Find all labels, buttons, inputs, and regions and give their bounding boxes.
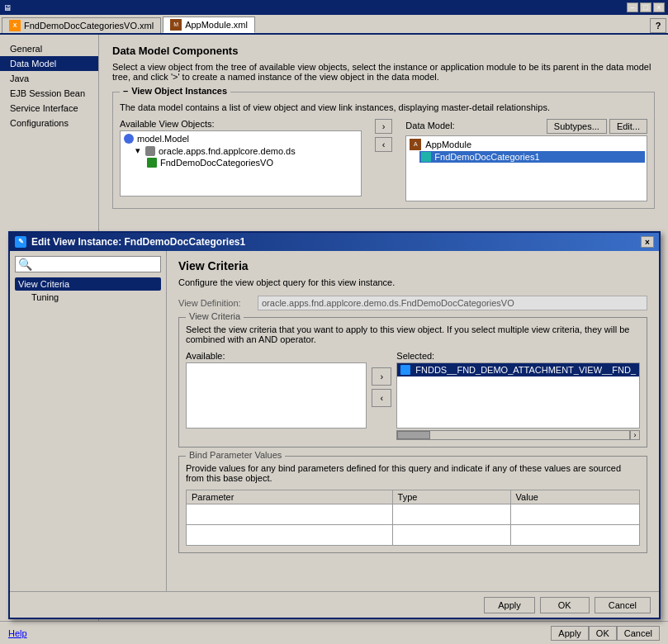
view-def-input [258, 296, 647, 310]
db-icon [145, 146, 155, 156]
value-cell [510, 504, 639, 525]
tree-tuning[interactable]: Tuning [15, 291, 161, 304]
right-panel-title: View Criteria [178, 259, 647, 272]
dialog-title-bar: ✎ Edit View Instance: FndDemoDocCategori… [10, 233, 659, 251]
col-type: Type [392, 490, 510, 504]
type-cell [392, 504, 510, 525]
search-input[interactable] [35, 259, 158, 269]
vc-group-label: View Criteria [186, 311, 244, 321]
fnd-icon [400, 365, 410, 375]
help-icon: ? [656, 21, 661, 31]
selected-col: Selected: FNDDS__FND_DEMO_ATTACHMENT_VIE… [396, 351, 640, 440]
search-icon: 🔍 [18, 258, 32, 271]
dialog-apply-button[interactable]: Apply [484, 597, 535, 613]
tab-bar: X FndDemoDocCategoriesVO.xml M AppModule… [0, 15, 668, 35]
close-button[interactable]: × [653, 2, 665, 12]
arrow-col: › ‹ [367, 367, 396, 407]
move-to-selected-button[interactable]: › [372, 367, 391, 386]
available-list[interactable] [186, 362, 367, 429]
module-icon: M [170, 19, 182, 31]
nav-java[interactable]: Java [0, 71, 98, 86]
footer-cancel-button[interactable]: Cancel [617, 626, 660, 641]
vo-desc: The data model contains a list of view o… [120, 102, 647, 112]
xml-icon: X [9, 20, 21, 31]
vo-instances-label: – View Object Instances [120, 86, 230, 96]
tab-fnd-xml[interactable]: X FndDemoDocCategoriesVO.xml [2, 17, 161, 33]
table-row [187, 504, 640, 525]
model-icon [124, 134, 134, 144]
param-table: Parameter Type Value [186, 490, 640, 546]
col-parameter: Parameter [187, 490, 393, 504]
tree-item-db: ▾ oracle.apps.fnd.applcore.demo.ds [134, 144, 359, 157]
tab-appmodule-label: AppModule.xml [185, 20, 248, 30]
move-left-button[interactable]: ‹ [375, 137, 393, 152]
selected-list-item[interactable]: FNDDS__FND_DEMO_ATTACHMENT_VIEW__FND_ [397, 363, 639, 376]
available-vo-tree[interactable]: model.Model ▾ oracle.apps.fnd.applcore.d… [120, 130, 362, 197]
available-col: Available: [186, 351, 367, 429]
footer-apply-button[interactable]: Apply [551, 626, 589, 641]
bind-desc: Provide values for any bind parameters d… [186, 463, 640, 483]
help-button[interactable]: ? [650, 18, 666, 33]
vi-icon [421, 152, 431, 162]
dialog-close-button[interactable]: × [641, 236, 654, 248]
selected-list[interactable]: FNDDS__FND_DEMO_ATTACHMENT_VIEW__FND_ [396, 362, 640, 429]
edit-view-instance-dialog: ✎ Edit View Instance: FndDemoDocCategori… [8, 231, 661, 619]
data-model-tree[interactable]: A AppModule FndDemoDocCategories1 [405, 135, 647, 201]
nav-service-interface[interactable]: Service Interface [0, 101, 98, 116]
h-scrollbar-row: › [396, 430, 640, 440]
dialog-cancel-button[interactable]: Cancel [595, 597, 651, 613]
view-def-label: View Definition: [178, 298, 253, 308]
vc-group-desc: Select the view criteria that you want t… [186, 324, 640, 344]
view-definition-row: View Definition: [178, 296, 647, 310]
subtypes-button[interactable]: Subtypes... [547, 119, 607, 134]
right-panel-desc: Configure the view object query for this… [178, 277, 647, 287]
dialog-ok-button[interactable]: OK [540, 597, 590, 613]
dialog-left-panel: 🔍 View Criteria Tuning [10, 251, 167, 591]
tree-item-vo: FndDemoDocCategoriesVO [145, 157, 359, 168]
type-cell [392, 525, 510, 546]
move-right-button[interactable]: › [375, 119, 393, 134]
table-row [187, 525, 640, 546]
h-scrollbar[interactable] [396, 430, 630, 440]
tree-view-criteria[interactable]: View Criteria [15, 277, 161, 291]
available-label: Available: [186, 351, 367, 361]
view-criteria-group: View Criteria Select the view criteria t… [178, 317, 647, 447]
bind-param-group: Bind Parameter Values Provide values for… [178, 456, 647, 553]
bind-group-label: Bind Parameter Values [186, 450, 285, 460]
tab-fnd-label: FndDemoDocCategoriesVO.xml [24, 21, 154, 31]
dialog-footer: Apply OK Cancel [10, 591, 659, 618]
help-link[interactable]: Help [8, 628, 27, 638]
ide-footer: Help Apply OK Cancel [0, 621, 668, 644]
nav-ejb[interactable]: EJB Session Bean [0, 86, 98, 101]
col-value: Value [510, 490, 639, 504]
am-icon: A [410, 139, 421, 150]
vo-icon [147, 158, 157, 168]
move-to-available-button[interactable]: ‹ [372, 389, 391, 407]
tree-item-appmodule: A AppModule [408, 138, 645, 151]
search-box[interactable]: 🔍 [15, 256, 161, 272]
title-bar-left: 🖥 [3, 3, 12, 12]
nav-data-model[interactable]: Data Model [0, 56, 98, 71]
nav-configurations[interactable]: Configurations [0, 116, 98, 130]
section-desc: Select a view object from the tree of av… [112, 62, 655, 82]
section-title: Data Model Components [112, 45, 655, 57]
param-cell [187, 525, 393, 546]
scroll-right-button[interactable]: › [630, 430, 640, 440]
tab-appmodule-xml[interactable]: M AppModule.xml [163, 17, 255, 33]
maximize-button[interactable]: □ [640, 2, 651, 12]
scrollbar-thumb[interactable] [397, 431, 430, 439]
value-cell [510, 525, 639, 546]
nav-general[interactable]: General [0, 41, 98, 56]
app-icon: 🖥 [3, 3, 12, 12]
param-cell [187, 504, 393, 525]
available-vo-label: Available View Objects: [120, 119, 362, 129]
data-model-label: Data Model: [405, 121, 454, 130]
edit-button[interactable]: Edit... [609, 119, 647, 134]
selected-label: Selected: [396, 351, 640, 361]
dialog-title-text: Edit View Instance: FndDemoDocCategories… [31, 236, 245, 248]
footer-ok-button[interactable]: OK [589, 626, 617, 641]
dialog-icon: ✎ [15, 236, 26, 248]
title-bar: 🖥 – □ × [0, 0, 668, 15]
tree-item-fnd-instance[interactable]: FndDemoDocCategories1 [419, 151, 645, 163]
minimize-button[interactable]: – [627, 2, 638, 12]
